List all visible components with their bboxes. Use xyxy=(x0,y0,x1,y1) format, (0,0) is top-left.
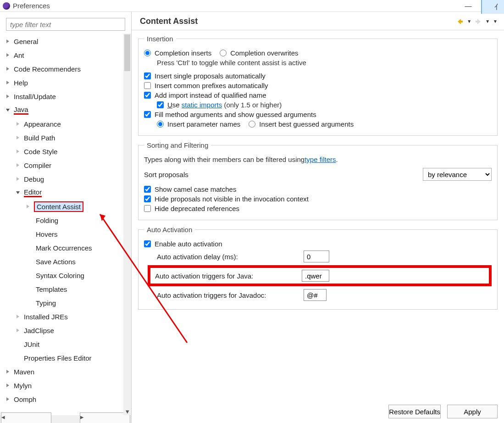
tree-item-junit[interactable]: JUnit xyxy=(0,337,131,351)
highlight-java-triggers: Auto activation triggers for Java: xyxy=(148,265,492,286)
check-add-import[interactable]: Add import instead of qualified name xyxy=(144,91,266,99)
auto-java-input[interactable] xyxy=(302,270,329,282)
auto-delay-label: Auto activation delay (ms): xyxy=(157,253,299,261)
auto-delay-input[interactable] xyxy=(304,250,329,262)
check-enable-auto-input[interactable] xyxy=(144,240,151,247)
radio-completion-overwrites[interactable]: Completion overwrites xyxy=(220,49,298,57)
restore-defaults-button[interactable]: Restore Defaults xyxy=(388,405,441,418)
chevron-right-icon xyxy=(5,79,11,86)
filter-input[interactable] xyxy=(6,18,125,31)
content-header: Content Assist ▼ ▼ ▼ xyxy=(132,12,504,30)
radio-insert-best[interactable]: Insert best guessed arguments xyxy=(249,120,354,128)
chevron-right-icon xyxy=(15,148,21,155)
spacer-icon xyxy=(15,355,21,361)
sidebar-hscrollbar[interactable]: ◂ ▸ xyxy=(0,415,131,423)
tree-item-folding[interactable]: Folding xyxy=(0,213,131,227)
window-title: Preferences xyxy=(13,2,50,10)
chevron-right-icon xyxy=(15,134,21,141)
chevron-right-icon xyxy=(15,162,21,168)
check-hide-proposals-input[interactable] xyxy=(144,195,151,202)
tree-item-mylyn[interactable]: Mylyn xyxy=(0,378,131,392)
minimize-button[interactable]: — xyxy=(462,1,475,11)
check-fill-method-input[interactable] xyxy=(144,111,151,118)
auto-activation-legend: Auto Activation xyxy=(144,226,195,234)
radio-completion-overwrites-input[interactable] xyxy=(220,50,227,56)
auto-javadoc-label: Auto activation triggers for Javadoc: xyxy=(157,291,299,299)
tree-item-oomph[interactable]: Oomph xyxy=(0,392,131,406)
tree-item-compiler[interactable]: Compiler xyxy=(0,158,131,172)
back-dropdown-icon[interactable]: ▼ xyxy=(467,19,471,24)
type-filters-link[interactable]: type filters xyxy=(305,156,336,163)
check-use-static-imports-input[interactable] xyxy=(157,101,164,108)
chevron-down-icon xyxy=(5,107,11,113)
auto-activation-group: Auto Activation Enable auto activation A… xyxy=(138,226,498,310)
tree-item-mark-occurrences[interactable]: Mark Occurrences xyxy=(0,241,131,255)
check-insert-single[interactable]: Insert single proposals automatically xyxy=(144,72,266,80)
chevron-right-icon xyxy=(15,313,21,320)
radio-insert-param-input[interactable] xyxy=(157,121,164,128)
insertion-group: Insertion Completion inserts Completion … xyxy=(138,35,498,136)
tree-item-general[interactable]: General xyxy=(0,34,131,48)
chevron-right-icon xyxy=(5,66,11,72)
static-imports-link[interactable]: static imports xyxy=(182,101,222,109)
check-insert-common-input[interactable] xyxy=(144,82,151,89)
check-show-camel[interactable]: Show camel case matches xyxy=(144,185,236,193)
check-use-static-imports[interactable]: Use static imports (only 1.5 or higher) xyxy=(157,101,282,109)
radio-completion-inserts[interactable]: Completion inserts xyxy=(144,49,211,57)
radio-completion-inserts-input[interactable] xyxy=(144,50,151,56)
tree-item-code-recommenders[interactable]: Code Recommenders xyxy=(0,62,131,76)
chevron-right-icon xyxy=(5,382,11,389)
check-fill-method[interactable]: Fill method arguments and show guessed a… xyxy=(144,111,316,118)
sorting-group: Sorting and Filtering Types along with t… xyxy=(138,141,498,220)
forward-dropdown-icon[interactable]: ▼ xyxy=(485,19,490,24)
tree-item-installed-jres[interactable]: Installed JREs xyxy=(0,310,131,323)
tree-item-code-style[interactable]: Code Style xyxy=(0,145,131,158)
tree-item-java[interactable]: Java xyxy=(0,103,131,117)
tree-item-maven[interactable]: Maven xyxy=(0,365,131,378)
tree-item-typing[interactable]: Typing xyxy=(0,296,131,310)
sort-proposals-select[interactable]: by relevance xyxy=(423,168,492,181)
adjacent-panel: 亻 xyxy=(481,0,504,14)
tree-item-hovers[interactable]: Hovers xyxy=(0,227,131,241)
tree-item-jadclipse[interactable]: JadClipse xyxy=(0,323,131,337)
tree-item-ant[interactable]: Ant xyxy=(0,48,131,62)
check-hide-deprecated-input[interactable] xyxy=(144,205,151,212)
tree-item-help[interactable]: Help xyxy=(0,76,131,89)
chevron-right-icon xyxy=(5,93,11,100)
tree-item-install-update[interactable]: Install/Update xyxy=(0,89,131,103)
check-hide-deprecated[interactable]: Hide deprecated references xyxy=(144,205,239,212)
check-insert-common[interactable]: Insert common prefixes automatically xyxy=(144,82,268,89)
sidebar-vscrollbar[interactable]: ▾ xyxy=(123,33,131,415)
radio-insert-best-input[interactable] xyxy=(249,121,255,128)
auto-javadoc-input[interactable] xyxy=(304,289,327,301)
tree-item-appearance[interactable]: Appearance xyxy=(0,117,131,131)
sort-proposals-label: Sort proposals xyxy=(144,171,188,178)
check-show-camel-input[interactable] xyxy=(144,186,151,193)
chevron-right-icon xyxy=(5,38,11,45)
view-menu-icon[interactable]: ▼ xyxy=(493,19,498,24)
toggle-note: Press 'Ctrl' to toggle while content ass… xyxy=(157,59,492,67)
check-enable-auto[interactable]: Enable auto activation xyxy=(144,240,222,248)
tree-item-content-assist[interactable]: Content Assist xyxy=(0,200,131,213)
radio-insert-param[interactable]: Insert parameter names xyxy=(157,120,240,128)
back-icon[interactable] xyxy=(456,18,464,25)
apply-button[interactable]: Apply xyxy=(447,405,498,418)
chevron-right-icon xyxy=(5,368,11,375)
preferences-tree: General Ant Code Recommenders Help Insta… xyxy=(0,33,131,407)
nav-arrow-group: ▼ ▼ ▼ xyxy=(456,18,498,25)
tree-item-editor[interactable]: Editor xyxy=(0,186,131,200)
insertion-legend: Insertion xyxy=(144,35,176,43)
tree-item-build-path[interactable]: Build Path xyxy=(0,131,131,145)
chevron-right-icon xyxy=(25,203,31,210)
tree-item-properties-files-editor[interactable]: Properties Files Editor xyxy=(0,351,131,365)
check-insert-single-input[interactable] xyxy=(144,72,151,79)
tree-item-save-actions[interactable]: Save Actions xyxy=(0,255,131,268)
tree-item-syntax-coloring[interactable]: Syntax Coloring xyxy=(0,268,131,282)
eclipse-icon xyxy=(3,2,10,10)
check-hide-proposals[interactable]: Hide proposals not visible in the invoca… xyxy=(144,195,309,203)
tree-item-debug[interactable]: Debug xyxy=(0,172,131,186)
chevron-right-icon xyxy=(15,121,21,127)
forward-icon[interactable] xyxy=(475,18,482,25)
check-add-import-input[interactable] xyxy=(144,92,151,99)
tree-item-templates[interactable]: Templates xyxy=(0,282,131,296)
